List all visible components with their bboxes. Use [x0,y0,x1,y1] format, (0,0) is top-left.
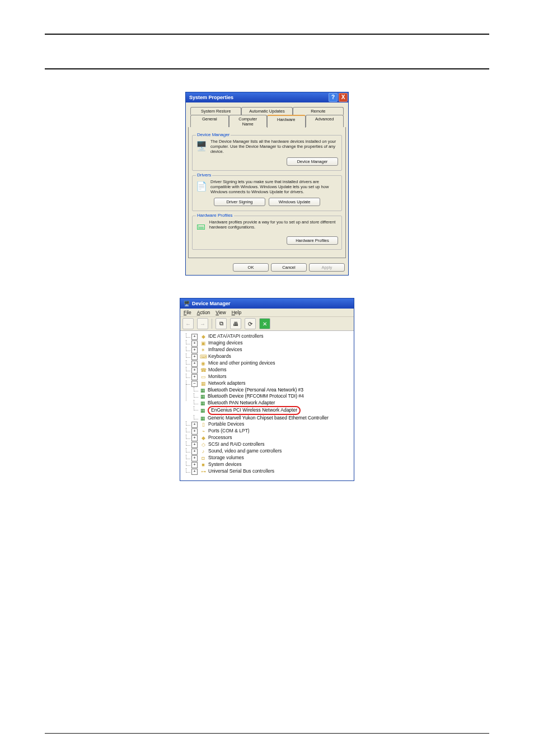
expand-toggle[interactable]: + [191,422,198,428]
tree-node[interactable]: +▣Imaging devices [191,340,350,347]
expand-toggle[interactable]: + [191,374,198,380]
tree-node-label: Sound, video and game controllers [208,448,282,454]
tree-node-label: Infrared devices [208,347,242,352]
tab-general[interactable]: General [190,115,229,128]
tree-node[interactable]: +✶Infrared devices [191,347,350,353]
tree-node[interactable]: +☎Modems [191,367,350,374]
expand-toggle[interactable]: + [191,455,198,461]
help-button[interactable]: ? [329,93,338,102]
group-hardware-profiles: Hardware Profiles 🖴 Hardware profiles pr… [192,216,342,250]
toolbar-back-button[interactable]: ← [182,318,194,329]
adapter-icon: ▦ [199,416,206,421]
tree-child[interactable]: ▦Bluetooth Device (RFCOMM Protocol TDI) … [199,393,350,399]
tree-child[interactable]: ▦Bluetooth PAN Network Adapter [199,400,350,406]
menu-action[interactable]: Action [197,310,210,315]
menu-file[interactable]: File [184,310,191,315]
toolbar-uninstall-button[interactable]: ✕ [259,318,270,329]
tree-node[interactable]: +◆IDE ATA/ATAPI controllers [191,333,350,340]
dialog-titlebar[interactable]: System Properties ? X [186,92,348,102]
tree-node[interactable]: +◘Storage volumes [191,455,350,461]
expand-toggle[interactable]: + [191,367,198,374]
tree-node[interactable]: +◆Processors [191,435,350,441]
hardware-profiles-icon: 🖴 [196,220,206,233]
expand-toggle[interactable]: + [191,340,198,347]
tree-node[interactable]: +⊶Universal Serial Bus controllers [191,468,350,475]
category-icon: ▭ [200,374,207,380]
expand-toggle[interactable]: + [191,449,198,455]
group-legend: Drivers [196,172,212,178]
windows-update-button[interactable]: Windows Update [269,198,320,206]
tree-node[interactable]: +⌨Keyboards [191,353,350,360]
category-icon: ⌁ [200,428,207,434]
device-manager-title: Device Manager [192,301,231,306]
apply-button[interactable]: Apply [309,263,345,272]
tree-node[interactable]: +▭Monitors [191,374,350,380]
tree-child[interactable]: ▦Bluetooth Device (Personal Area Network… [199,387,350,393]
group-device-manager: Device Manager 🖥️ The Device Manager lis… [192,135,342,171]
hardware-tab-panel: Device Manager 🖥️ The Device Manager lis… [188,127,346,258]
tree-node[interactable]: +⌁Ports (COM & LPT) [191,428,350,435]
adapter-icon: ▦ [199,400,206,406]
toolbar-refresh-button[interactable]: ⟳ [245,318,256,329]
expand-toggle[interactable]: + [191,435,198,441]
category-icon: ☎ [200,367,207,373]
category-icon: ▦ [200,381,207,386]
tab-computer-name[interactable]: Computer Name [229,115,268,128]
expand-toggle[interactable]: + [191,428,198,435]
tab-system-restore[interactable]: System Restore [190,107,241,115]
tree-node-label: Modems [208,367,227,372]
category-icon: ▯ [200,422,207,427]
device-manager-button[interactable]: Device Manager [287,157,338,166]
category-icon: ♪ [200,449,207,454]
category-icon: ⌨ [200,354,207,360]
tree-child[interactable]: ▦Generic Marvell Yukon Chipset based Eth… [199,415,350,421]
system-properties-dialog: System Properties ? X System Restore Aut… [185,92,349,276]
close-button[interactable]: X [339,93,348,102]
toolbar-forward-button[interactable]: → [197,318,208,329]
expand-toggle[interactable]: + [191,469,198,475]
expand-toggle[interactable]: + [191,442,198,448]
toolbar-separator [212,319,212,329]
tab-advanced[interactable]: Advanced [306,115,344,128]
category-icon: ◆ [200,435,207,441]
group-drivers: Drivers 📄 Driver Signing lets you make s… [192,175,342,211]
adapter-icon: ▦ [199,394,206,399]
device-tree[interactable]: +◆IDE ATA/ATAPI controllers+▣Imaging dev… [180,331,354,480]
toolbar-print-button[interactable]: 🖶 [230,318,241,329]
expand-toggle[interactable]: + [191,347,198,353]
driver-signing-button[interactable]: Driver Signing [214,198,265,206]
expand-toggle[interactable]: + [191,354,198,360]
tab-hardware[interactable]: Hardware [267,115,306,128]
expand-toggle[interactable]: + [191,361,198,367]
cancel-button[interactable]: Cancel [271,263,307,272]
expand-toggle[interactable]: + [191,334,198,340]
tab-remote[interactable]: Remote [293,107,344,115]
menu-view[interactable]: View [216,310,226,315]
second-rule [45,68,489,69]
category-icon: ◇ [200,442,207,447]
tree-node[interactable]: +▯Portable Devices [191,421,350,428]
expand-toggle[interactable]: + [191,462,198,468]
tree-node[interactable]: −▦Network adapters▦Bluetooth Device (Per… [191,380,350,421]
drivers-desc: Driver Signing lets you make sure that i… [210,179,338,194]
ok-button[interactable]: OK [233,263,269,272]
tree-node-label: IDE ATA/ATAPI controllers [208,333,264,339]
toolbar-properties-button[interactable]: ⧉ [216,318,227,329]
dialog-title: System Properties [189,95,233,100]
tree-node[interactable]: +◉Mice and other pointing devices [191,360,350,367]
adapter-icon: ▦ [199,388,206,393]
tree-node[interactable]: +♪Sound, video and game controllers [191,448,350,455]
expand-toggle[interactable]: − [191,381,198,387]
tree-node[interactable]: +■System devices [191,461,350,468]
category-icon: ◉ [200,361,207,366]
tree-node[interactable]: +◇SCSI and RAID controllers [191,441,350,448]
tab-automatic-updates[interactable]: Automatic Updates [241,107,292,115]
tree-node-label: Mice and other pointing devices [208,360,275,366]
tree-child[interactable]: ▦EnGenius PCI Wireless Network Adapter [199,406,350,414]
hardware-profiles-button[interactable]: Hardware Profiles [287,236,338,245]
tree-node-label: Monitors [208,374,227,379]
menu-help[interactable]: Help [232,310,241,315]
dm-titlebar[interactable]: 🖥️ Device Manager [180,298,354,309]
device-manager-desc: The Device Manager lists all the hardwar… [210,139,338,154]
category-icon: ◆ [200,334,207,339]
